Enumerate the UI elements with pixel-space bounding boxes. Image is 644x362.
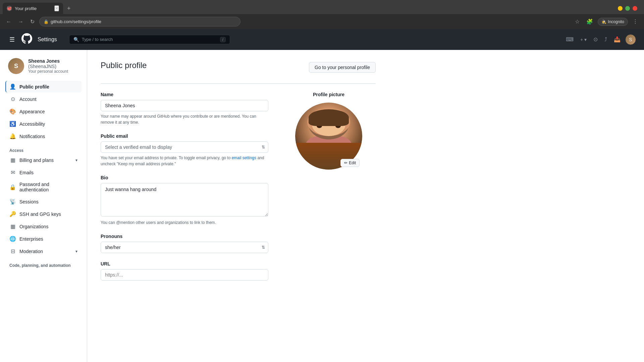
menu-button[interactable]: ⋮	[631, 17, 640, 26]
address-text: github.com/settings/profile	[51, 19, 101, 24]
incognito-icon: 🕵	[601, 19, 606, 24]
email-settings-link[interactable]: email settings	[232, 156, 256, 160]
incognito-badge[interactable]: 🕵 Incognito	[598, 18, 628, 26]
pull-requests-button[interactable]: ⤴	[602, 35, 609, 45]
sidebar-item-moderation[interactable]: ⊟ Moderation ▾	[5, 245, 82, 257]
chevron-down-icon-moderation: ▾	[75, 249, 77, 254]
url-field-group: URL	[101, 261, 268, 281]
sidebar-item-appearance[interactable]: 🎨 Appearance	[5, 106, 82, 117]
github-header: ☰ Settings 🔍 Type / to search / ⌨ + ▾ ⊙ …	[0, 29, 644, 50]
bio-textarea[interactable]: Just wanna hang around	[101, 183, 268, 217]
tab-title: Your profile	[15, 6, 37, 11]
chevron-down-icon: ▾	[75, 158, 77, 163]
sidebar-item-label: Public profile	[19, 84, 49, 89]
accessibility-icon: ♿	[9, 121, 16, 127]
tab-favicon: 🐙	[7, 6, 12, 11]
email-hint: You have set your email address to priva…	[101, 155, 268, 167]
new-tab-button[interactable]: +	[64, 4, 73, 13]
email-select[interactable]: Select a verified email to display	[101, 141, 268, 153]
bio-hint: You can @mention other users and organiz…	[101, 220, 268, 226]
main-content: Public profile Go to your personal profi…	[87, 50, 389, 362]
profile-pic-container-outer: Profile picture	[282, 92, 376, 172]
sessions-icon: 📡	[9, 198, 16, 205]
toolbar-actions: ☆ 🧩 🕵 Incognito ⋮	[573, 17, 640, 26]
sidebar-item-label: Billing and plans	[19, 158, 54, 163]
sidebar-item-label: Account	[19, 97, 37, 102]
sidebar-user-name: Sheena Jones (SheenaJNS)	[28, 58, 79, 69]
pronouns-label: Pronouns	[101, 234, 268, 239]
hamburger-menu-button[interactable]: ☰	[8, 35, 16, 45]
refresh-button[interactable]: ↻	[28, 17, 37, 26]
github-settings-title: Settings	[38, 37, 57, 43]
notifications-icon: 🔔	[9, 133, 16, 139]
name-input[interactable]	[101, 100, 268, 111]
search-box[interactable]: 🔍 Type / to search /	[69, 35, 230, 44]
sidebar-item-label: Moderation	[19, 249, 43, 254]
search-icon: 🔍	[73, 37, 79, 42]
sidebar-item-label: Sessions	[19, 199, 39, 204]
sidebar-item-label: SSH and GPG keys	[19, 212, 61, 217]
appearance-icon: 🎨	[9, 108, 16, 115]
pronouns-field-group: Pronouns she/her he/him they/them prefer…	[101, 234, 268, 253]
profile-pic-image-container: ✏ Edit	[295, 103, 362, 170]
bookmark-button[interactable]: ☆	[573, 17, 582, 26]
sidebar-item-billing[interactable]: ▦ Billing and plans ▾	[5, 154, 82, 166]
edit-icon: ✏	[344, 161, 347, 165]
sidebar-item-enterprises[interactable]: 🌐 Enterprises	[5, 233, 82, 245]
sidebar-item-label: Password and authentication	[19, 182, 77, 192]
incognito-label: Incognito	[608, 19, 624, 24]
sidebar-item-notifications[interactable]: 🔔 Notifications	[5, 130, 82, 142]
tab-close-button[interactable]: ✕	[54, 5, 59, 11]
github-logo[interactable]	[21, 33, 32, 46]
forward-button[interactable]: →	[16, 17, 25, 26]
edit-profile-picture-button[interactable]: ✏ Edit	[340, 159, 360, 167]
extension-button[interactable]: 🧩	[584, 17, 595, 26]
sidebar-item-organizations[interactable]: ▦ Organizations	[5, 221, 82, 232]
inbox-button[interactable]: 📥	[612, 34, 623, 45]
sidebar-item-public-profile[interactable]: 👤 Public profile	[5, 81, 82, 93]
sidebar-item-label: Notifications	[19, 134, 45, 139]
sidebar-user-details: Sheena Jones (SheenaJNS) Your personal a…	[28, 58, 79, 74]
sidebar-item-password[interactable]: 🔒 Password and authentication	[5, 179, 82, 195]
sidebar-item-label: Emails	[19, 170, 34, 175]
url-input[interactable]	[101, 269, 268, 281]
back-button[interactable]: ←	[4, 17, 13, 26]
go-to-profile-button[interactable]: Go to your personal profile	[309, 62, 376, 73]
form-main-section: Name Your name may appear around GitHub …	[101, 92, 268, 289]
sidebar-avatar: S	[8, 58, 24, 74]
window-maximize-button[interactable]	[625, 6, 630, 11]
user-avatar[interactable]: S	[625, 34, 636, 45]
profile-form: Name Your name may appear around GitHub …	[101, 92, 376, 289]
window-close-button[interactable]	[633, 6, 637, 11]
create-new-button[interactable]: + ▾	[578, 35, 589, 44]
settings-sidebar: S Sheena Jones (SheenaJNS) Your personal…	[0, 50, 87, 362]
terminal-button[interactable]: ⌨	[564, 34, 576, 45]
sidebar-item-accessibility[interactable]: ♿ Accessibility	[5, 118, 82, 130]
browser-toolbar: ← → ↻ 🔒 github.com/settings/profile ☆ 🧩 …	[0, 14, 644, 29]
enterprises-icon: 🌐	[9, 236, 16, 242]
url-label: URL	[101, 261, 268, 266]
pronouns-select[interactable]: she/her he/him they/them prefer not to s…	[101, 242, 268, 253]
profile-picture-section: Profile picture	[282, 92, 376, 172]
issues-button[interactable]: ⊙	[591, 34, 600, 45]
sidebar-item-emails[interactable]: ✉ Emails	[5, 167, 82, 178]
window-minimize-button[interactable]	[618, 6, 623, 11]
email-field-group: Public email Select a verified email to …	[101, 133, 268, 167]
header-actions: ⌨ + ▾ ⊙ ⤴ 📥 S	[564, 34, 636, 45]
sidebar-user-info: S Sheena Jones (SheenaJNS) Your personal…	[5, 58, 82, 74]
name-label: Name	[101, 92, 268, 97]
sidebar-item-label: Organizations	[19, 224, 48, 229]
key-icon: 🔑	[9, 211, 16, 217]
address-bar[interactable]: 🔒 github.com/settings/profile	[39, 17, 240, 26]
sidebar-item-ssh-keys[interactable]: 🔑 SSH and GPG keys	[5, 208, 82, 220]
sidebar-item-label: Appearance	[19, 109, 45, 114]
main-wrapper: S Sheena Jones (SheenaJNS) Your personal…	[0, 50, 644, 362]
pronouns-select-wrapper: she/her he/him they/them prefer not to s…	[101, 242, 268, 253]
sidebar-item-sessions[interactable]: 📡 Sessions	[5, 196, 82, 207]
active-tab[interactable]: 🐙 Your profile ✕	[3, 3, 63, 14]
sidebar-item-label: Accessibility	[19, 121, 45, 127]
bio-field-group: Bio Just wanna hang around You can @ment…	[101, 175, 268, 226]
page-title: Public profile	[101, 61, 309, 75]
search-container[interactable]: 🔍 Type / to search /	[69, 35, 230, 44]
sidebar-item-account[interactable]: ⊙ Account	[5, 93, 82, 105]
